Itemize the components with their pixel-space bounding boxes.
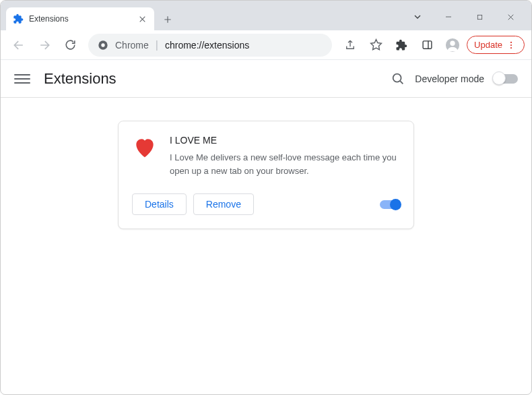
window-controls [402,6,526,28]
update-label: Update [474,40,502,50]
address-bar[interactable]: Chrome | chrome://extensions [88,34,332,57]
svg-rect-0 [477,15,481,19]
bookmark-star-icon[interactable] [364,34,387,57]
svg-point-2 [101,43,104,47]
details-button[interactable]: Details [132,193,187,215]
address-url: chrome://extensions [165,40,249,51]
extension-name: I LOVE ME [170,135,400,146]
developer-mode-toggle[interactable] [494,74,518,84]
svg-point-7 [510,44,512,45]
svg-point-6 [510,41,512,42]
extension-enable-toggle[interactable] [380,200,400,209]
tab-close-icon[interactable] [137,13,147,24]
svg-point-8 [510,47,512,49]
chevron-down-icon[interactable] [402,6,433,28]
forward-button [33,34,56,57]
search-icon[interactable] [391,71,405,86]
close-button[interactable] [495,6,526,28]
extension-puzzle-icon [13,13,24,24]
content-area: I LOVE ME I Love Me delivers a new self-… [1,98,531,252]
address-scheme: Chrome [115,40,149,51]
sidepanel-icon[interactable] [415,34,438,57]
remove-button[interactable]: Remove [193,193,254,215]
update-button[interactable]: Update [467,36,525,54]
maximize-button[interactable] [464,6,495,28]
tab-title: Extensions [29,14,131,24]
share-icon[interactable] [339,34,362,57]
extensions-puzzle-icon[interactable] [390,34,413,57]
new-tab-button[interactable] [158,10,177,29]
svg-rect-3 [423,41,432,49]
browser-tab[interactable]: Extensions [6,7,154,30]
titlebar: Extensions [1,1,531,30]
chrome-icon [98,40,108,51]
page-header: Extensions Developer mode [1,60,531,98]
minimize-button[interactable] [433,6,464,28]
back-button [7,34,30,57]
menu-hamburger-icon[interactable] [14,71,30,87]
extension-card: I LOVE ME I Love Me delivers a new self-… [118,121,414,229]
extension-description: I Love Me delivers a new self-love messa… [170,151,400,177]
extension-heart-icon [132,135,158,177]
page-title: Extensions [44,70,117,88]
profile-avatar-icon[interactable] [441,34,464,57]
browser-toolbar: Chrome | chrome://extensions Update [1,30,531,60]
svg-point-5 [450,40,455,45]
header-right: Developer mode [391,71,518,86]
address-separator: | [156,39,158,51]
kebab-menu-icon [506,40,516,50]
svg-point-9 [393,73,401,82]
developer-mode-label: Developer mode [415,73,484,84]
reload-button[interactable] [59,34,81,57]
